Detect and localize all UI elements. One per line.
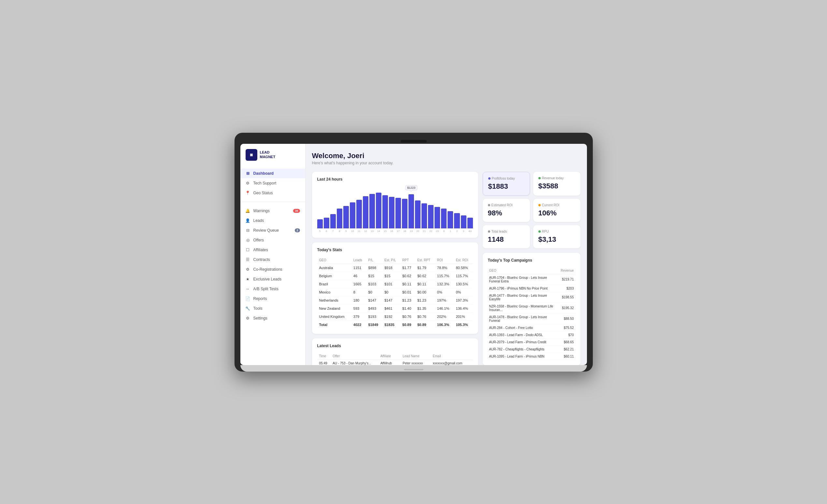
document2-icon: 📄 (246, 296, 250, 301)
chart-x-label: 18 (402, 230, 407, 233)
stat-value-rpu: $3,13 (538, 235, 575, 244)
latest-leads-title: Latest Leads (317, 344, 473, 348)
sidebar-item-tools[interactable]: 🔧 Tools (240, 303, 305, 313)
leads-table-header: Time Offer Affiliate Lead Name Email (317, 353, 473, 360)
sidebar-item-settings[interactable]: ⚙ Settings (240, 313, 305, 323)
chart-x-label: 16 (389, 230, 394, 233)
todays-stats-title: Today's Stats (317, 247, 473, 252)
tag-icon: ◎ (246, 238, 250, 242)
stat-label-estimated-roi: Estimated ROI (488, 203, 525, 207)
review-queue-badge: 2 (295, 228, 300, 232)
stat-card-rpu: RPU $3,13 (533, 225, 580, 248)
chart-bar (337, 209, 342, 228)
cell-lead-name: Peter xxxxxxx (401, 359, 431, 365)
campaigns-table: GEO Revenue AUR-1704 - BlueInc Group - L… (488, 267, 575, 360)
star-icon: ★ (246, 277, 250, 281)
chart-x-label: 23 (435, 230, 440, 233)
sidebar-item-review-queue[interactable]: ⊟ Review Queue 2 (240, 225, 305, 235)
sidebar-item-leads[interactable]: 👤 Leads (240, 216, 305, 225)
cell-geo: Belgium (317, 272, 351, 280)
stats-grid: Profit/loss today $1883 Revenue today $3… (483, 172, 580, 248)
cell-affiliate: Affilihub (379, 359, 401, 365)
cell-rpt: $1.40 (400, 304, 415, 312)
cell-leads: 46 (351, 272, 367, 280)
chart-bar (428, 205, 434, 228)
leads-table: Time Offer Affiliate Lead Name Email 05:… (317, 353, 473, 365)
table-row: Belgium 46 $15 $15 $0.62 $0.62 115.7% 11… (317, 272, 473, 280)
cell-geo: Mexico (317, 288, 351, 296)
sidebar-item-tech-support[interactable]: ⚙ Tech Support (240, 178, 305, 188)
chart-x-label: 1 (447, 230, 453, 233)
chart-x-label: 9 (343, 230, 349, 233)
col-email: Email (431, 353, 473, 360)
chart-x-label: 6 (324, 230, 329, 233)
sidebar-item-warnings[interactable]: 🔔 Warnings 36 (240, 206, 305, 216)
cell-campaign-geo: AUR-284 - Cohort - Free Lotto (488, 324, 560, 331)
cell-campaign-revenue: $75.52 (559, 324, 575, 331)
cell-campaign-geo: AUR-1704 - BlueInc Group - Lets Insure F… (488, 274, 560, 285)
chart-x-label: 0 (441, 230, 447, 233)
col-campaign-geo: GEO (488, 267, 560, 274)
stats-table: GEO Leads P/L Est. P/L RPT Est. RPT ROI … (317, 257, 473, 329)
stat-value-estimated-roi: 98% (488, 209, 525, 217)
cell-campaign-revenue: $88.50 (559, 313, 575, 324)
list-item: AUR-1477 - BlueInc Group - Lets Insure E… (488, 292, 575, 302)
cell-roi: 78.8% (435, 264, 454, 272)
cell-offer: AU - 753 - Dan Murphy's... (331, 359, 378, 365)
cell-rpt: $0.89 (400, 321, 415, 329)
chart-bar (363, 196, 369, 228)
sidebar-item-reports[interactable]: 📄 Reports (240, 294, 305, 303)
sidebar: ▣ LEAD MAGNET ⊞ Dashboard ⚙ Tech Support (240, 144, 305, 365)
cell-est-pl: $918 (382, 264, 400, 272)
chart-bar (402, 199, 407, 228)
cell-campaign-geo: AUR-1393 - Lead Farm - Dodo ADSL (488, 331, 560, 338)
location-icon: 📍 (246, 191, 250, 195)
stat-value-profit-loss: $1883 (488, 182, 524, 191)
right-column: Profit/loss today $1883 Revenue today $3… (483, 172, 580, 365)
col-offer: Offer (331, 353, 378, 360)
chart-bar (395, 198, 401, 228)
cell-geo: New Zealand (317, 304, 351, 312)
stat-label-total-leads: Total leads (488, 230, 525, 233)
chart-x-label: 2 (454, 230, 459, 233)
chart-bar (350, 203, 355, 228)
col-geo: GEO (317, 257, 351, 264)
cell-roi: 115.7% (435, 272, 454, 280)
col-est-roi: Est. ROI (454, 257, 473, 264)
cell-campaign-geo: AUR-2079 - Lead Farm - iPrimus Credit (488, 338, 560, 345)
sidebar-item-geo-status[interactable]: 📍 Geo Status (240, 188, 305, 198)
chart-bar (422, 203, 427, 228)
list-item: AUR-782 - Cheapflights - Cheapflights $6… (488, 345, 575, 353)
stat-label-profit-loss: Profit/loss today (488, 177, 524, 180)
sidebar-item-ab-split-tests[interactable]: ↔ A/B Split Tests (240, 284, 305, 294)
cell-geo: Total (317, 321, 351, 329)
cell-est-pl: $0 (382, 288, 400, 296)
sidebar-item-contracts[interactable]: ☰ Contracts (240, 255, 305, 265)
gear-icon: ⚙ (246, 181, 250, 185)
chart-bar (330, 214, 336, 228)
col-rpt: RPT (400, 257, 415, 264)
checkbox-icon: ☐ (246, 247, 250, 252)
cell-rpt: $0.62 (400, 272, 415, 280)
cell-pl: $898 (367, 264, 383, 272)
sidebar-item-co-registrations[interactable]: ⚙ Co-Registrations (240, 265, 305, 274)
cell-pl: $15 (367, 272, 383, 280)
gear2-icon: ⚙ (246, 267, 250, 272)
top-campaigns-title: Today's Top Campaigns (488, 258, 575, 263)
col-lead-name: Lead Name (401, 353, 431, 360)
stat-card-revenue: Revenue today $3588 (533, 172, 580, 195)
list-item: AUR-1478 - BlueInc Group - Lets Insure F… (488, 313, 575, 324)
table-row: Brazil 1665 $103 $101 $0.11 $0.11 132.3%… (317, 280, 473, 288)
sidebar-divider-1 (240, 202, 305, 202)
chart-title: Last 24 hours (317, 177, 473, 181)
sidebar-item-offers[interactable]: ◎ Offers (240, 235, 305, 245)
sidebar-item-exclusive-leads[interactable]: ★ Exclusive Leads (240, 274, 305, 284)
cell-email: xxxxxxx@gmail.com (431, 359, 473, 365)
cell-rpt: $1.23 (400, 296, 415, 304)
chart-tooltip: $1223 (405, 185, 417, 190)
sidebar-item-dashboard[interactable]: ⊞ Dashboard (240, 169, 305, 178)
sidebar-item-affiliates[interactable]: ☐ Affiliates (240, 245, 305, 255)
table-row: Total 4022 $1849 $1835 $0.89 $0.89 106.3… (317, 321, 473, 329)
dashboard-grid: Last 24 hours $1223 56789101112131415161… (312, 172, 580, 365)
list-item: 05:49 AU - 753 - Dan Murphy's... Affilih… (317, 359, 473, 365)
